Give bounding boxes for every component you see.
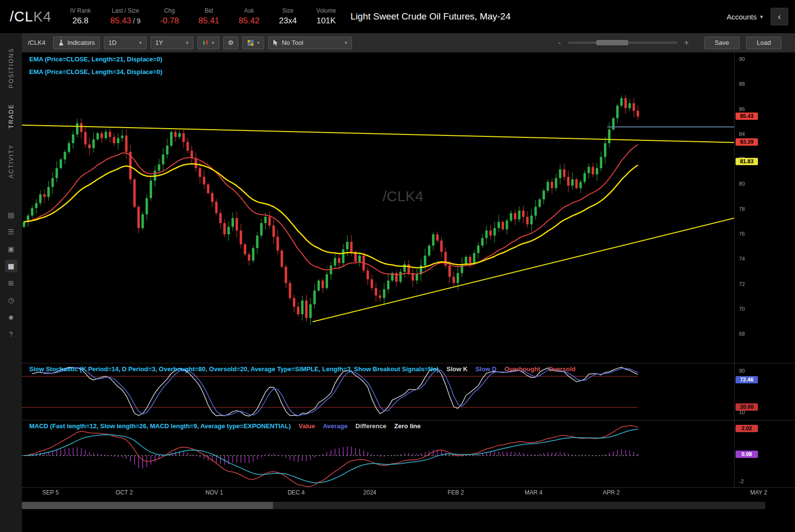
x-axis-label: SEP 5 [42, 489, 59, 496]
x-axis-label: 2024 [363, 489, 376, 496]
time-scrollbar[interactable] [22, 502, 765, 509]
drawing-tool-dropdown[interactable]: No Tool ▾ [268, 37, 352, 49]
legend-item-value: Value [298, 422, 315, 430]
price-badge: 20.00 [736, 403, 758, 411]
quote-field-last-size: Last / Size85.43 / 9 [110, 7, 140, 26]
x-axis-label: FEB 2 [447, 489, 464, 496]
axis-tick-label: 90 [739, 56, 745, 62]
chevron-down-icon: ▾ [345, 40, 347, 45]
quote-field-label: Bid [198, 7, 219, 14]
help-icon[interactable]: ? [5, 328, 18, 341]
legend-item-overbought: Overbought [504, 365, 541, 373]
ema34-legend[interactable]: EMA (Price=CLOSE, Length=34, Displace=0) [29, 68, 162, 76]
grid-layout-icon [247, 39, 254, 46]
scrollbar-thumb[interactable] [22, 502, 273, 509]
timeframe-value: 1D [109, 39, 117, 46]
sidebar-tabs: POSITIONSTRADEACTIVITY [0, 33, 22, 186]
timeframe-dropdown[interactable]: 1D ▾ [104, 37, 147, 49]
axis-tick-label: 80 [739, 181, 745, 187]
symbol-suffix: K4 [33, 9, 51, 24]
drawing-tool-value: No Tool [282, 39, 303, 46]
zoom-slider-thumb[interactable] [596, 40, 628, 45]
chevron-down-icon: ▾ [760, 14, 763, 20]
quote-field-label: Chg [160, 7, 179, 14]
collapse-panel-button[interactable]: ‹ [771, 8, 788, 25]
pane-divider [22, 487, 795, 488]
quote-field-chg: Chg-0.78 [160, 7, 179, 26]
chart-area: /CLK4 EMA (Price=CLOSE, Length=21, Displ… [22, 53, 795, 532]
x-axis-label: MAR 4 [524, 489, 543, 496]
quote-field-value: 26.8 [70, 16, 91, 26]
price-badge: 85.43 [736, 113, 758, 120]
axis-tick-label: 74 [739, 256, 745, 262]
ema21-legend[interactable]: EMA (Price=CLOSE, Length=21, Displace=0) [29, 56, 162, 63]
macd-title[interactable]: MACD (Fast length=12, Slow length=26, MA… [29, 422, 291, 430]
range-dropdown[interactable]: 1Y ▾ [151, 37, 194, 49]
stochastic-title[interactable]: Slow Stochastic (K Period=14, D Period=3… [29, 365, 439, 373]
quote-field-value: -0.78 [160, 16, 179, 26]
sidebar-tab-activity[interactable]: ACTIVITY [8, 144, 15, 178]
price-badge: 72.46 [736, 376, 758, 383]
chevron-down-icon: ▾ [257, 40, 259, 45]
history-icon[interactable]: ◷ [5, 294, 18, 306]
accounts-label: Accounts [727, 13, 757, 21]
sidebar-tab-positions[interactable]: POSITIONS [8, 48, 15, 88]
quote-field-value: 85.43 / 9 [110, 16, 140, 26]
range-value: 1Y [155, 39, 163, 46]
macd-legend-row: MACD (Fast length=12, Slow length=26, MA… [29, 422, 421, 430]
quote-field-value: 23x4 [279, 16, 297, 26]
axis-tick-label: 78 [739, 206, 745, 212]
chart-settings-button[interactable]: ⚙ [223, 37, 239, 49]
x-axis-label: DEC 4 [288, 489, 305, 496]
quote-field-value: 101K [316, 16, 336, 26]
zoom-slider[interactable] [568, 41, 678, 44]
axis-tick-label: 90 [739, 368, 745, 374]
price-badge: 0.08 [736, 451, 758, 458]
calendar-icon[interactable]: ▣ [5, 243, 18, 255]
legend-item-oversold: Oversold [548, 365, 575, 373]
quote-field-value: 85.41 [198, 16, 219, 26]
quote-fields: IV Rank26.8Last / Size85.43 / 9Chg-0.78B… [70, 7, 336, 26]
axis-tick-label: 72 [739, 281, 745, 287]
load-button[interactable]: Load [746, 37, 781, 49]
axis-tick-label: 68 [739, 331, 745, 337]
instrument-description: Light Sweet Crude Oil Futures, May-24 [350, 11, 510, 22]
legend-item-difference: Difference [355, 422, 387, 430]
sidebar-tab-trade[interactable]: TRADE [8, 104, 15, 129]
price-badge: 83.39 [736, 138, 758, 146]
dashboard-icon[interactable]: ⊞ [5, 277, 18, 289]
chevron-down-icon: ▾ [186, 40, 188, 45]
x-axis-label: APR 2 [603, 489, 620, 496]
price-badge: 81.83 [736, 158, 758, 165]
chart-symbol-label: /CLK4 [28, 39, 45, 46]
pane-divider [22, 420, 795, 420]
watchlist-icon[interactable]: ☰ [5, 226, 18, 238]
chart-layout-dropdown[interactable]: ▾ [242, 37, 264, 49]
quote-field-label: Ask [239, 7, 260, 14]
quote-field-label: Last / Size [110, 7, 140, 14]
quote-field-label: Size [279, 7, 297, 14]
legend-item-average: Average [323, 422, 348, 430]
accounts-dropdown[interactable]: Accounts ▾ [727, 13, 763, 21]
chart-icon[interactable]: ▦ [5, 260, 18, 272]
indicators-button[interactable]: Indicators [53, 37, 99, 49]
zoom-in-button[interactable]: + [681, 38, 692, 47]
indicators-flask-icon [58, 39, 64, 46]
zoom-out-button[interactable]: - [555, 38, 563, 47]
quote-field-bid: Bid85.41 [198, 7, 219, 26]
chevron-down-icon: ▾ [212, 40, 214, 45]
community-icon[interactable]: ☻ [5, 311, 18, 323]
quote-field-label: IV Rank [70, 7, 91, 14]
sidebar-icons: ▤☰▣▦⊞◷☻? [0, 209, 22, 341]
symbol: /CLK4 [10, 9, 52, 25]
chart-style-dropdown[interactable]: ▾ [197, 37, 219, 49]
indicators-label: Indicators [67, 39, 95, 46]
save-button[interactable]: Save [704, 37, 739, 49]
document-icon[interactable]: ▤ [5, 209, 18, 221]
sidebar: POSITIONSTRADEACTIVITY ▤☰▣▦⊞◷☻? [0, 33, 22, 532]
legend-item-zero-line: Zero line [394, 422, 421, 430]
axis-tick-label: 84 [739, 131, 745, 137]
axis-tick-label: 76 [739, 231, 745, 237]
x-axis-label: NOV 1 [206, 489, 223, 496]
cursor-icon [273, 39, 279, 46]
